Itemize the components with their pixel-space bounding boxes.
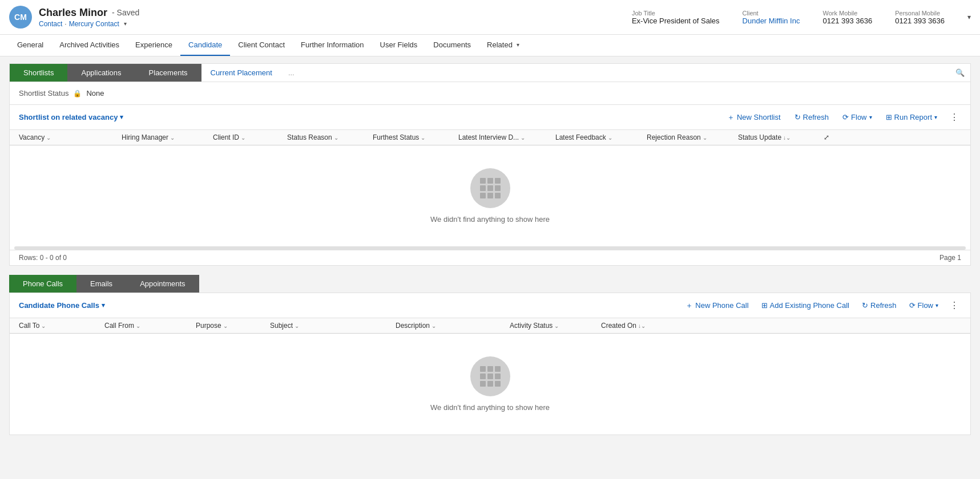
flow-button[interactable]: ⟳ Flow ▾ bbox=[839, 112, 875, 123]
phone-flow-icon: ⟳ bbox=[909, 301, 916, 310]
col-subject[interactable]: Subject ⌄ bbox=[270, 322, 396, 330]
client-value[interactable]: Dunder Mifflin Inc bbox=[743, 17, 800, 25]
tab-appointments[interactable]: Appointments bbox=[126, 275, 199, 293]
shortlist-grid: Vacancy ⌄ Hiring Manager ⌄ Client ID ⌄ S… bbox=[10, 130, 970, 265]
phone-calls-refresh-button[interactable]: ↻ Refresh bbox=[858, 300, 900, 311]
mercury-contact-link[interactable]: Mercury Contact bbox=[69, 20, 119, 28]
nav-tabs: General Archived Activities Experience C… bbox=[0, 35, 980, 56]
phone-flow-chevron-icon: ▾ bbox=[935, 302, 938, 308]
latest-interview-sort-icon: ⌄ bbox=[521, 135, 525, 141]
contact-link[interactable]: Contact bbox=[39, 20, 62, 28]
run-report-button[interactable]: ⊞ Run Report ▾ bbox=[882, 112, 941, 123]
top-header: CM Charles Minor - Saved Contact · Mercu… bbox=[0, 0, 980, 35]
phone-calls-flow-button[interactable]: ⟳ Flow ▾ bbox=[906, 300, 942, 311]
col-call-to[interactable]: Call To ⌄ bbox=[19, 322, 104, 330]
svg-rect-14 bbox=[495, 374, 501, 379]
col-hiring-manager[interactable]: Hiring Manager ⌄ bbox=[122, 133, 213, 141]
col-expand-icon[interactable]: ⤢ bbox=[824, 133, 841, 141]
rejection-reason-sort-icon: ⌄ bbox=[703, 135, 707, 141]
svg-rect-2 bbox=[495, 178, 501, 184]
status-reason-sort-icon: ⌄ bbox=[334, 135, 338, 141]
shortlist-title[interactable]: Shortlist on related vacancy ▾ bbox=[19, 113, 123, 121]
col-latest-interview[interactable]: Latest Interview D... ⌄ bbox=[458, 133, 555, 141]
tab-emails[interactable]: Emails bbox=[76, 275, 126, 293]
phone-refresh-icon: ↻ bbox=[862, 301, 868, 310]
col-furthest-status[interactable]: Furthest Status ⌄ bbox=[373, 133, 458, 141]
col-client-id[interactable]: Client ID ⌄ bbox=[213, 133, 287, 141]
more-options-icon[interactable]: ⋮ bbox=[947, 111, 961, 124]
tab-applications[interactable]: Applications bbox=[67, 64, 135, 82]
svg-rect-17 bbox=[495, 381, 501, 387]
col-call-from[interactable]: Call From ⌄ bbox=[104, 322, 196, 330]
new-shortlist-button[interactable]: ＋ New Shortlist bbox=[724, 111, 784, 124]
tab-candidate[interactable]: Candidate bbox=[180, 35, 230, 56]
client-group: Client Dunder Mifflin Inc bbox=[743, 10, 800, 25]
shortlist-status-bar: Shortlist Status 🔒 None bbox=[10, 82, 970, 105]
svg-rect-10 bbox=[487, 366, 493, 372]
tab-archived-activities[interactable]: Archived Activities bbox=[51, 35, 127, 56]
activity-status-sort-icon: ⌄ bbox=[554, 323, 559, 329]
page-info: Page 1 bbox=[939, 254, 961, 262]
personal-mobile-group: Personal Mobile 0121 393 3636 bbox=[895, 10, 945, 25]
shortlist-title-chevron-icon: ▾ bbox=[120, 113, 123, 121]
section-tabs-bar: Shortlists Applications Placements Curre… bbox=[9, 63, 971, 82]
tab-documents[interactable]: Documents bbox=[425, 35, 479, 56]
phone-calls-empty-text: We didn't find anything to show here bbox=[430, 403, 550, 412]
phone-calls-title[interactable]: Candidate Phone Calls ▾ bbox=[19, 301, 105, 310]
personal-mobile-label: Personal Mobile bbox=[895, 10, 945, 17]
col-created-on[interactable]: Created On ↓⌄ bbox=[601, 322, 692, 330]
tab-general[interactable]: General bbox=[9, 35, 51, 56]
svg-rect-9 bbox=[480, 366, 486, 372]
search-icon[interactable]: 🔍 bbox=[950, 65, 970, 80]
work-mobile-group: Work Mobile 0121 393 3636 bbox=[822, 10, 872, 25]
col-rejection-reason[interactable]: Rejection Reason ⌄ bbox=[647, 133, 738, 141]
hiring-manager-sort-icon: ⌄ bbox=[170, 135, 175, 141]
phone-calls-empty-state: We didn't find anything to show here bbox=[10, 334, 970, 435]
activity-tabs-bar: Phone Calls Emails Appointments bbox=[9, 275, 971, 293]
svg-rect-8 bbox=[495, 193, 501, 198]
tab-client-contact[interactable]: Client Contact bbox=[230, 35, 293, 56]
empty-state-icon bbox=[470, 168, 510, 208]
col-purpose[interactable]: Purpose ⌄ bbox=[196, 322, 270, 330]
activity-tabs-section: Phone Calls Emails Appointments Candidat… bbox=[9, 275, 971, 435]
col-vacancy[interactable]: Vacancy ⌄ bbox=[19, 133, 122, 141]
shortlist-empty-state: We didn't find anything to show here bbox=[10, 145, 970, 246]
tab-phone-calls[interactable]: Phone Calls bbox=[9, 275, 76, 293]
add-existing-phone-call-button[interactable]: ⊞ Add Existing Phone Call bbox=[758, 300, 853, 311]
col-status-reason[interactable]: Status Reason ⌄ bbox=[287, 133, 373, 141]
tab-related[interactable]: Related ▾ bbox=[479, 35, 527, 56]
col-description[interactable]: Description ⌄ bbox=[396, 322, 510, 330]
vacancy-sort-icon: ⌄ bbox=[46, 135, 51, 141]
refresh-button[interactable]: ↻ Refresh bbox=[791, 112, 833, 123]
svg-rect-7 bbox=[487, 193, 493, 198]
tab-further-information[interactable]: Further Information bbox=[293, 35, 372, 56]
shortlist-actions: ＋ New Shortlist ↻ Refresh ⟳ Flow ▾ ⊞ Run… bbox=[724, 111, 961, 124]
phone-calls-grid-header: Call To ⌄ Call From ⌄ Purpose ⌄ Subject … bbox=[10, 318, 970, 334]
phone-calls-actions: ＋ New Phone Call ⊞ Add Existing Phone Ca… bbox=[682, 299, 961, 312]
phone-more-options-icon[interactable]: ⋮ bbox=[947, 299, 961, 312]
job-title-group: Job Title Ex-Vice President of Sales bbox=[632, 10, 720, 25]
furthest-status-sort-icon: ⌄ bbox=[421, 135, 425, 141]
col-activity-status[interactable]: Activity Status ⌄ bbox=[510, 322, 601, 330]
header-chevron-icon[interactable]: ▾ bbox=[967, 13, 971, 21]
purpose-sort-icon: ⌄ bbox=[223, 323, 228, 329]
new-phone-call-button[interactable]: ＋ New Phone Call bbox=[682, 299, 752, 312]
shortlist-section: Shortlist Status 🔒 None Shortlist on rel… bbox=[9, 82, 971, 266]
personal-mobile-value: 0121 393 3636 bbox=[895, 17, 945, 25]
phone-calls-chevron-icon: ▾ bbox=[102, 302, 105, 309]
saved-label: - Saved bbox=[112, 8, 139, 17]
svg-rect-1 bbox=[487, 178, 493, 184]
tab-placements[interactable]: Placements bbox=[135, 64, 201, 82]
tab-shortlists[interactable]: Shortlists bbox=[10, 64, 67, 82]
shortlist-pagination: Rows: 0 - 0 of 0 Page 1 bbox=[10, 250, 970, 265]
tab-user-fields[interactable]: User Fields bbox=[372, 35, 426, 56]
col-latest-feedback[interactable]: Latest Feedback ⌄ bbox=[555, 133, 647, 141]
phone-calls-section: Candidate Phone Calls ▾ ＋ New Phone Call… bbox=[9, 293, 971, 435]
tab-current-placement[interactable]: Current Placement bbox=[201, 64, 281, 82]
col-status-update[interactable]: Status Update ↓⌄ bbox=[738, 133, 824, 141]
svg-rect-0 bbox=[480, 178, 486, 184]
svg-rect-13 bbox=[487, 374, 493, 379]
tab-experience[interactable]: Experience bbox=[127, 35, 180, 56]
shortlist-header-row: Shortlist on related vacancy ▾ ＋ New Sho… bbox=[10, 105, 970, 130]
contact-name: Charles Minor bbox=[39, 7, 107, 19]
